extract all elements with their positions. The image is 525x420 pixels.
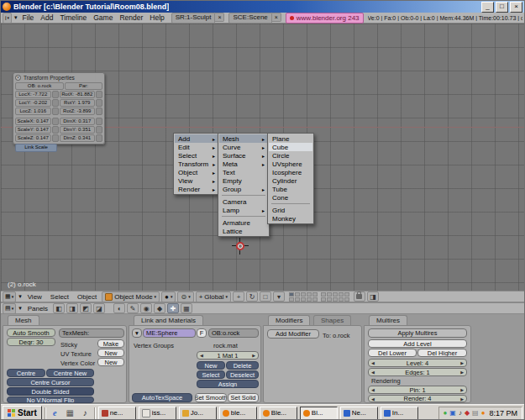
panel-layout-icon-3[interactable]: ◩	[80, 303, 92, 313]
tray-icon-2[interactable]: ▣	[449, 410, 456, 417]
menu-item-cone[interactable]: Cone	[269, 193, 312, 202]
locx-field[interactable]: LocX: -7.722	[15, 91, 51, 98]
menu-item-add[interactable]: Add▸	[175, 134, 218, 143]
context-shading-button[interactable]: ◉	[140, 303, 152, 313]
layer-toggle[interactable]	[295, 297, 300, 302]
menu-item-meta[interactable]: Meta▸	[219, 160, 268, 168]
render-preview-button[interactable]: ◨	[367, 291, 379, 302]
scene-selector-field[interactable]: SCE:Scene	[228, 13, 271, 24]
lock-icon[interactable]	[52, 99, 59, 107]
lock-icon[interactable]	[96, 99, 102, 107]
layer-toggle[interactable]	[301, 292, 306, 297]
set-solid-button[interactable]: Set Solid	[228, 393, 259, 402]
taskbar-window-button[interactable]: Jo...	[179, 407, 217, 420]
lock-icon[interactable]	[52, 108, 59, 115]
menu-item-transform[interactable]: Transform▸	[175, 160, 218, 168]
lock-icon[interactable]	[52, 134, 59, 142]
menu-item-empty[interactable]: Empty	[219, 176, 268, 185]
material-assign-button[interactable]: Assign	[197, 380, 259, 388]
edges-stepper[interactable]: ◀ Edges: 1 ▶	[368, 368, 467, 376]
lock-view-button[interactable]	[354, 291, 365, 302]
manipulator-scale-button[interactable]: □	[260, 291, 271, 302]
header-collapse-icon[interactable]: ▾	[18, 305, 23, 312]
version-badge[interactable]: www.blender.org 243	[286, 13, 364, 24]
roty-field[interactable]: RotY: 1.979	[60, 99, 96, 107]
lock-icon[interactable]	[96, 91, 102, 98]
add-level-button[interactable]: Add Level	[368, 339, 467, 348]
panel-layout-icon-2[interactable]: ◨	[66, 303, 78, 313]
menu-select[interactable]: Select	[47, 293, 72, 301]
menu-item-camera[interactable]: Camera	[219, 197, 268, 206]
lock-icon[interactable]	[96, 126, 102, 134]
menu-item-cube[interactable]: Cube	[269, 143, 312, 151]
window-type-button[interactable]: ▤ ▾	[3, 303, 16, 314]
rotz-field[interactable]: RotZ: -3.899	[60, 108, 96, 115]
menu-item-grid[interactable]: Grid	[269, 206, 312, 214]
start-button[interactable]: Start	[3, 406, 42, 420]
layer-toggle[interactable]	[295, 292, 300, 297]
layer-toggle[interactable]	[312, 297, 318, 302]
taskbar-window-button[interactable]: Ne...	[340, 407, 378, 420]
layer-toggle[interactable]	[333, 292, 338, 297]
right-arrow-icon[interactable]: ▶	[460, 370, 464, 375]
menu-panels[interactable]: Panels	[24, 305, 51, 312]
window-type-button[interactable]: ▦ ▾	[3, 291, 16, 302]
orientation-selector[interactable]: + Global ▾	[196, 291, 231, 302]
tray-icon-1[interactable]: ●	[444, 410, 448, 417]
layer-toggle[interactable]	[307, 297, 312, 302]
context-editing-button[interactable]: ✚	[167, 303, 179, 313]
menu-game[interactable]: Game	[91, 13, 115, 22]
taskbar-window-button[interactable]: ble...	[219, 407, 257, 420]
auto-smooth-toggle[interactable]: Auto Smooth	[7, 328, 55, 337]
context-scene-button[interactable]: ▦	[181, 303, 192, 313]
context-logic-button[interactable]: ◐	[113, 303, 125, 313]
material-select-button[interactable]: Select	[197, 370, 225, 379]
menu-view[interactable]: View	[24, 293, 45, 301]
left-arrow-icon[interactable]: ◀	[371, 387, 375, 392]
texmesh-field[interactable]: TexMesh:	[59, 328, 124, 338]
layer-toggle[interactable]	[301, 297, 306, 302]
dimz-field[interactable]: DimZ: 0.341	[60, 134, 96, 142]
layer-toggle[interactable]	[344, 297, 349, 302]
sticky-make-button[interactable]: Make	[97, 339, 124, 348]
menu-help[interactable]: Help	[147, 13, 166, 22]
degr-slider[interactable]: Degr: 30	[7, 338, 55, 346]
menu-file[interactable]: File	[20, 13, 37, 22]
tab-mesh[interactable]: Mesh	[8, 315, 39, 325]
centre-button[interactable]: Centre	[7, 369, 45, 377]
lock-icon[interactable]	[96, 118, 102, 125]
layer-toggle[interactable]	[333, 297, 338, 302]
mesh-browse-button[interactable]: ▾	[132, 328, 142, 338]
pin-stepper[interactable]: ◀ Pin: 1 ▶	[368, 386, 467, 394]
taskbar-window-button[interactable]: ne...	[98, 407, 136, 420]
quicklaunch-icon-2[interactable]: ▦	[64, 407, 76, 419]
lock-icon[interactable]	[96, 108, 102, 115]
dimy-field[interactable]: DimY: 0.351	[60, 126, 96, 134]
material-delete-button[interactable]: Delete	[226, 361, 259, 370]
menu-item-lattice[interactable]: Lattice	[219, 227, 268, 235]
layer-toggle[interactable]	[327, 297, 332, 302]
menu-item-object[interactable]: Object▸	[175, 168, 218, 176]
locy-field[interactable]: LocY: -0.202	[15, 99, 51, 107]
context-script-button[interactable]: ✎	[127, 303, 139, 313]
layer-toggle[interactable]	[344, 292, 349, 297]
vertex-color-new-button[interactable]: New	[97, 358, 124, 366]
menu-item-edit[interactable]: Edit▸	[175, 143, 218, 151]
apply-multires-button[interactable]: Apply Multires	[368, 328, 467, 338]
fake-user-button[interactable]: F	[197, 328, 207, 338]
left-arrow-icon[interactable]: ◀	[371, 360, 375, 365]
lock-icon[interactable]	[52, 91, 59, 98]
menu-item-curve[interactable]: Curve▸	[219, 143, 268, 151]
menu-item-plane[interactable]: Plane	[269, 134, 312, 143]
titlebar[interactable]: Blender [c:\Blender Tutorial\Room08.blen…	[1, 1, 524, 13]
layer-toggle[interactable]	[339, 297, 344, 302]
tray-icon-5[interactable]: ▤	[472, 410, 479, 417]
menu-item-tube[interactable]: Tube	[269, 185, 312, 193]
no-v-normal-flip-toggle[interactable]: No V.Normal Flip	[7, 396, 94, 403]
taskbar-window-button[interactable]: iss...	[139, 407, 176, 420]
menu-render[interactable]: Render	[117, 13, 145, 22]
dimx-field[interactable]: DimX: 0.317	[60, 118, 96, 125]
3d-cursor[interactable]	[234, 239, 247, 253]
scene-selector-close-icon[interactable]: ×	[272, 13, 281, 22]
menu-item-surface[interactable]: Surface▸	[219, 151, 268, 160]
